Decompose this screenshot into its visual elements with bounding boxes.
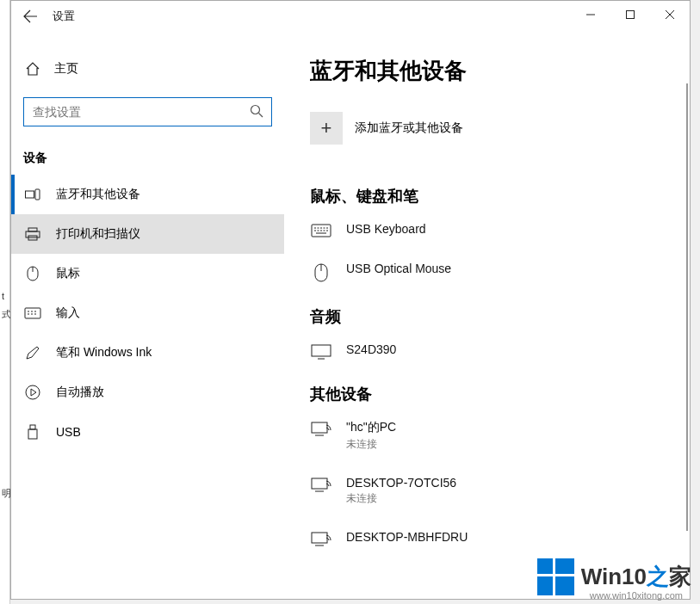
keyboard-icon (310, 222, 332, 237)
home-icon (23, 61, 42, 77)
group-title-other: 其他设备 (310, 384, 664, 404)
scrollbar[interactable] (686, 83, 688, 531)
sidebar-item-label: USB (56, 425, 81, 439)
svg-line-3 (259, 114, 263, 118)
sidebar-item-usb[interactable]: USB (11, 412, 284, 452)
content-area: 主页 设备 蓝牙和其他设备 打印机和扫描仪 鼠标 输入 (11, 32, 690, 599)
close-icon (665, 9, 675, 20)
sidebar-item-label: 笔和 Windows Ink (56, 345, 152, 361)
pc-network-icon (310, 530, 332, 547)
device-item-pc2[interactable]: DESKTOP-7OTCI56 未连接 (310, 476, 664, 506)
svg-rect-29 (312, 533, 327, 543)
window-title: 设置 (53, 9, 75, 24)
svg-rect-7 (26, 231, 40, 237)
svg-rect-5 (35, 189, 40, 200)
mouse-icon (23, 266, 42, 281)
device-item-pc1[interactable]: "hc"的PC 未连接 (310, 420, 664, 452)
window-controls (571, 1, 690, 28)
add-device-label: 添加蓝牙或其他设备 (355, 120, 463, 136)
svg-rect-11 (25, 308, 40, 318)
minimize-icon (585, 9, 596, 20)
device-name: "hc"的PC (346, 420, 396, 435)
keyboard-icon (23, 307, 42, 319)
settings-window: 设置 主页 设备 蓝牙和其他设备 打印机和扫描仪 (10, 0, 691, 600)
sidebar-item-label: 打印机和扫描仪 (56, 226, 140, 242)
sidebar-item-label: 蓝牙和其他设备 (56, 187, 140, 202)
windows-logo-icon (537, 558, 574, 595)
mouse-icon (310, 262, 332, 282)
plus-icon: + (310, 112, 343, 145)
group-title-input: 鼠标、键盘和笔 (310, 186, 664, 206)
svg-rect-4 (26, 191, 34, 198)
device-name: DESKTOP-7OTCI56 (346, 476, 456, 490)
sidebar-item-autoplay[interactable]: 自动播放 (11, 373, 284, 412)
svg-rect-16 (28, 429, 37, 439)
device-item-monitor[interactable]: S24D390 (310, 342, 664, 360)
home-button[interactable]: 主页 (11, 52, 284, 85)
search-input[interactable] (23, 97, 272, 126)
pc-network-icon (310, 476, 332, 493)
svg-point-14 (26, 385, 40, 399)
watermark: Win10之家 www.win10xitong.com (537, 558, 691, 595)
printer-icon (23, 227, 42, 241)
main-panel: 蓝牙和其他设备 + 添加蓝牙或其他设备 鼠标、键盘和笔 USB Keyboard… (284, 32, 690, 599)
device-item-pc3[interactable]: DESKTOP-MBHFDRU (310, 530, 664, 547)
close-button[interactable] (650, 1, 690, 28)
sidebar: 主页 设备 蓝牙和其他设备 打印机和扫描仪 鼠标 输入 (11, 32, 284, 599)
background-window-edge: t 式 明 (0, 0, 10, 604)
maximize-icon (625, 9, 635, 20)
monitor-icon (310, 342, 332, 360)
search-icon (250, 104, 263, 118)
device-status: 未连接 (346, 437, 396, 452)
svg-rect-1 (627, 11, 635, 19)
device-status: 未连接 (346, 491, 456, 506)
page-title: 蓝牙和其他设备 (310, 56, 664, 86)
sidebar-section-header: 设备 (23, 151, 284, 166)
pc-network-icon (310, 420, 332, 437)
sidebar-item-bluetooth[interactable]: 蓝牙和其他设备 (11, 175, 284, 214)
device-name: DESKTOP-MBHFDRU (346, 530, 468, 544)
device-name: USB Keyboard (346, 222, 426, 236)
svg-rect-15 (30, 425, 35, 429)
group-title-audio: 音频 (310, 306, 664, 327)
sidebar-item-label: 自动播放 (56, 385, 104, 400)
device-item-mouse[interactable]: USB Optical Mouse (310, 262, 664, 282)
svg-rect-27 (312, 478, 327, 489)
sidebar-item-mouse[interactable]: 鼠标 (11, 254, 284, 293)
usb-icon (23, 424, 42, 440)
svg-point-2 (251, 106, 260, 114)
sidebar-item-pen[interactable]: 笔和 Windows Ink (11, 333, 284, 373)
search-container (23, 97, 272, 126)
device-name: USB Optical Mouse (346, 262, 451, 275)
sidebar-item-printers[interactable]: 打印机和扫描仪 (11, 214, 284, 254)
sidebar-item-label: 输入 (56, 305, 80, 321)
minimize-button[interactable] (571, 1, 610, 28)
autoplay-icon (23, 385, 42, 400)
device-item-keyboard[interactable]: USB Keyboard (310, 222, 664, 237)
watermark-url: www.win10xitong.com (590, 590, 683, 601)
svg-rect-6 (28, 228, 37, 231)
device-name: S24D390 (346, 342, 396, 356)
devices-icon (23, 188, 42, 200)
home-label: 主页 (54, 61, 78, 77)
add-device-button[interactable]: + 添加蓝牙或其他设备 (310, 112, 664, 145)
pen-icon (23, 345, 42, 361)
sidebar-item-label: 鼠标 (56, 266, 80, 281)
watermark-text: Win10之家 (581, 564, 691, 589)
sidebar-item-typing[interactable]: 输入 (11, 293, 284, 333)
maximize-button[interactable] (610, 1, 650, 28)
back-button[interactable] (11, 1, 49, 32)
titlebar: 设置 (11, 1, 690, 32)
svg-rect-25 (312, 422, 327, 433)
svg-rect-23 (312, 345, 331, 356)
back-arrow-icon (23, 9, 37, 23)
